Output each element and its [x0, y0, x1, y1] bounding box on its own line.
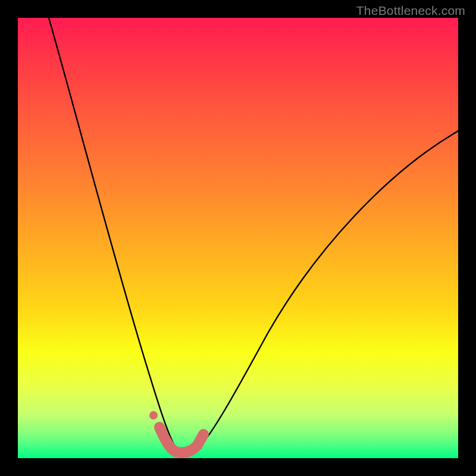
highlight-band — [159, 427, 203, 453]
plot-area — [18, 18, 458, 458]
watermark-text: TheBottleneck.com — [356, 4, 465, 18]
bottleneck-curve — [49, 18, 458, 455]
outer-frame: TheBottleneck.com — [0, 0, 476, 476]
highlight-point — [149, 411, 158, 419]
curve-layer — [18, 18, 458, 458]
